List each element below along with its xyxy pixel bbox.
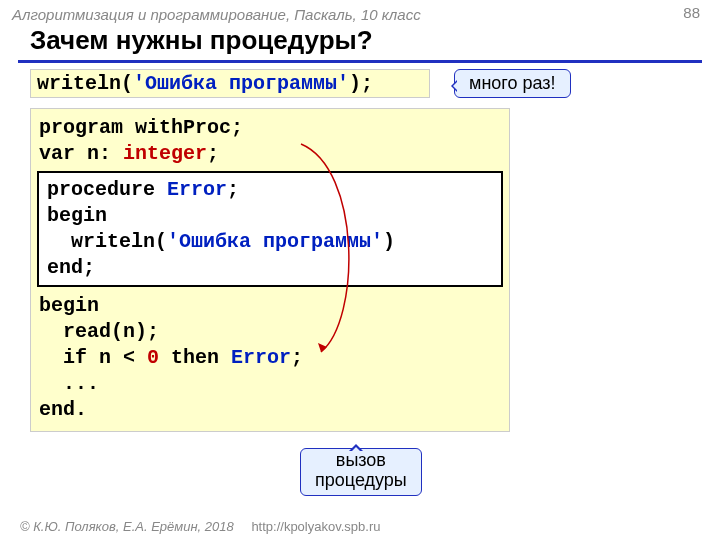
- semicolon: ;: [227, 178, 239, 201]
- procedure-box: procedure Error; begin writeln('Ошибка п…: [37, 171, 503, 287]
- semicolon: ;: [83, 256, 95, 279]
- type-integer: integer: [123, 142, 207, 165]
- writeln-call: writeln(: [47, 230, 167, 253]
- semicolon: ;: [291, 346, 303, 369]
- footer-url: http://kpolyakov.spb.ru: [251, 519, 380, 534]
- semicolon: ;: [207, 142, 219, 165]
- kw-if: if: [39, 346, 87, 369]
- num-zero: 0: [147, 346, 159, 369]
- kw-begin: begin: [39, 294, 99, 317]
- page-title: Зачем нужны процедуры?: [0, 25, 720, 60]
- kw-procedure: procedure: [47, 178, 167, 201]
- kw-begin: begin: [47, 204, 107, 227]
- string-literal: 'Ошибка программы': [133, 72, 349, 95]
- page-number: 88: [683, 4, 700, 21]
- read-call: read(n);: [39, 320, 159, 343]
- kw-end: end: [39, 398, 75, 421]
- callout-line1: вызов: [315, 451, 407, 471]
- paren-close: ): [383, 230, 395, 253]
- course-header: Алгоритмизация и программирование, Паска…: [0, 0, 720, 25]
- kw-end: end: [47, 256, 83, 279]
- copyright: © К.Ю. Поляков, Е.А. Ерёмин, 2018: [20, 519, 234, 534]
- call-error: Error: [231, 346, 291, 369]
- callout-line2: процедуры: [315, 471, 407, 491]
- prog-name: withProc;: [123, 116, 243, 139]
- ellipsis: ...: [39, 372, 99, 395]
- paren: (: [121, 72, 133, 95]
- kw-var: var: [39, 142, 75, 165]
- code-example-line: writeln('Ошибка программы');: [30, 69, 430, 98]
- kw-writeln: writeln: [37, 72, 121, 95]
- kw-program: program: [39, 116, 123, 139]
- code-block: program withProc; var n: integer; proced…: [30, 108, 510, 432]
- string-literal: 'Ошибка программы': [167, 230, 383, 253]
- callout-many-times: много раз!: [454, 69, 571, 98]
- cond: n <: [87, 346, 147, 369]
- kw-then: then: [159, 346, 231, 369]
- callout-call-proc: вызов процедуры: [300, 448, 422, 496]
- footer: © К.Ю. Поляков, Е.А. Ерёмин, 2018 http:/…: [20, 519, 380, 534]
- proc-name-error: Error: [167, 178, 227, 201]
- close: );: [349, 72, 373, 95]
- callout-call-proc-wrap: вызов процедуры: [300, 448, 422, 496]
- var-n: n:: [75, 142, 123, 165]
- title-underline: [18, 60, 702, 63]
- dot: .: [75, 398, 87, 421]
